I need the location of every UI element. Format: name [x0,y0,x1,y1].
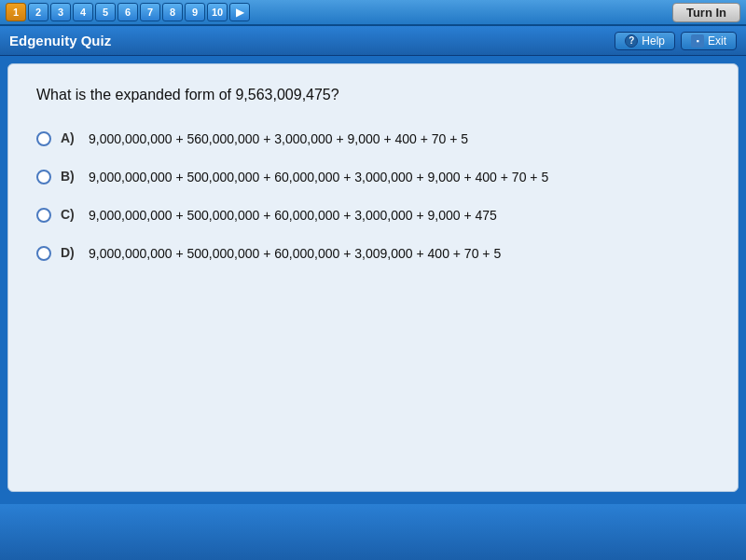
help-button[interactable]: ? Help [615,32,675,50]
question-nav-btn-9[interactable]: 9 [185,3,205,21]
radio-wrapper-0 [36,130,51,146]
nav-next-arrow[interactable]: ▶ [229,3,250,21]
question-nav-btn-7[interactable]: 7 [140,3,160,21]
header-bar: Edgenuity Quiz ? Help ▪ Exit [0,26,746,56]
option-text-c: 9,000,000,000 + 500,000,000 + 60,000,000… [89,206,497,225]
answer-option-b[interactable]: B)9,000,000,000 + 500,000,000 + 60,000,0… [36,168,710,187]
option-label-d: D) [61,244,79,260]
option-label-a: A) [61,130,79,145]
help-label: Help [642,34,665,48]
radio-button-c[interactable] [36,208,51,223]
question-nav-btn-3[interactable]: 3 [50,3,71,21]
radio-wrapper-2 [36,206,51,223]
question-nav-btn-6[interactable]: 6 [117,3,138,21]
question-nav-btn-1[interactable]: 1 [6,3,26,21]
answer-option-c[interactable]: C)9,000,000,000 + 500,000,000 + 60,000,0… [36,206,710,225]
question-nav-btn-4[interactable]: 4 [73,3,93,21]
option-text-a: 9,000,000,000 + 560,000,000 + 3,000,000 … [89,130,468,149]
option-text-b: 9,000,000,000 + 500,000,000 + 60,000,000… [89,168,548,187]
question-nav-btn-8[interactable]: 8 [162,3,183,21]
question-nav-btn-2[interactable]: 2 [28,3,48,21]
header-buttons: ? Help ▪ Exit [615,32,737,50]
exit-label: Exit [708,34,726,48]
radio-button-b[interactable] [36,170,51,184]
top-navigation-bar: 12345678910▶ Turn In [0,0,746,26]
help-icon: ? [625,34,638,48]
radio-wrapper-1 [36,168,51,184]
answer-options: A)9,000,000,000 + 560,000,000 + 3,000,00… [36,130,710,264]
option-text-d: 9,000,000,000 + 500,000,000 + 60,000,000… [89,244,501,264]
exit-icon: ▪ [691,34,704,48]
question-text: What is the expanded form of 9,563,009,4… [36,87,710,103]
radio-button-d[interactable] [36,246,51,261]
quiz-content-area: What is the expanded form of 9,563,009,4… [7,63,739,492]
app-title: Edgenuity Quiz [9,33,111,48]
exit-button[interactable]: ▪ Exit [681,32,737,50]
turn-in-button[interactable]: Turn In [672,3,740,22]
answer-option-a[interactable]: A)9,000,000,000 + 560,000,000 + 3,000,00… [36,130,710,149]
bottom-bar [0,504,746,560]
question-number-nav: 12345678910▶ [6,3,250,21]
radio-button-a[interactable] [36,131,51,146]
question-nav-btn-10[interactable]: 10 [207,3,228,21]
question-nav-btn-5[interactable]: 5 [95,3,116,21]
answer-option-d[interactable]: D)9,000,000,000 + 500,000,000 + 60,000,0… [36,244,710,264]
option-label-c: C) [61,206,79,222]
radio-wrapper-3 [36,244,51,261]
option-label-b: B) [61,168,79,184]
